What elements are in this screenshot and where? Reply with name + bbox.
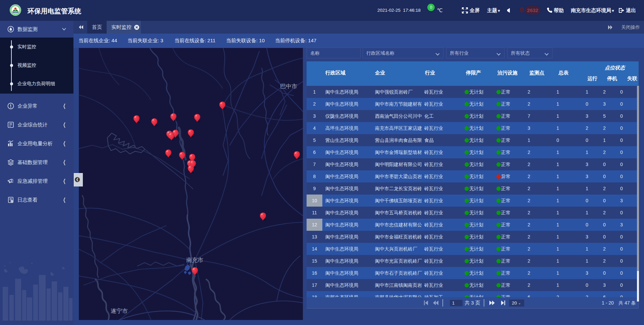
svg-text:巴中市: 巴中市 bbox=[280, 83, 297, 90]
svg-text:南充市: 南充市 bbox=[186, 257, 203, 263]
svg-text:遂宁市: 遂宁市 bbox=[111, 308, 128, 314]
